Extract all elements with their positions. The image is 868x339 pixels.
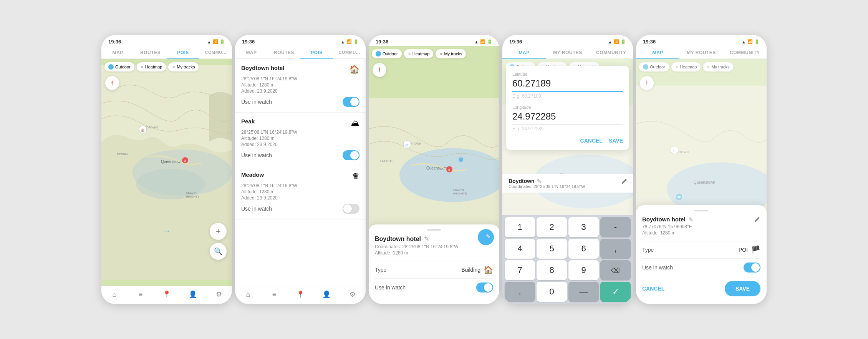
- nav-list-2[interactable]: ≡: [261, 290, 287, 299]
- save-button-4[interactable]: SAVE: [609, 138, 623, 144]
- panel-alt-5: Altitude: 1280 m: [642, 230, 760, 236]
- poi-added-meadow: Added: 23.9.2020: [241, 195, 359, 201]
- use-in-watch-toggle-boydtown[interactable]: [343, 97, 359, 107]
- tab-pois-2[interactable]: POIS: [300, 46, 333, 58]
- filter-mytracks-1[interactable]: ✕ My tracks: [168, 62, 199, 71]
- nav-pin-2[interactable]: 📍: [287, 290, 313, 299]
- panel-title-3: Boydtown hotel: [375, 236, 421, 243]
- tab-routes-2[interactable]: ROUTES: [268, 46, 300, 58]
- add-poi-button-1[interactable]: +: [210, 223, 227, 240]
- panel-title-row-5: Boydtown hotel ✎: [642, 216, 760, 223]
- numpad-4[interactable]: 4: [505, 239, 535, 259]
- poi-coords-boydtown: 28°25'08.1"N 16°24'19.8"W: [241, 76, 359, 81]
- watch-toggle-5[interactable]: [744, 263, 760, 273]
- numpad-minus[interactable]: -: [600, 217, 631, 237]
- numpad-9[interactable]: 9: [568, 260, 599, 280]
- filter-heatmap-1[interactable]: ✕ Heatmap: [137, 62, 166, 71]
- compass-button-3[interactable]: [373, 63, 386, 77]
- cancel-button-5[interactable]: CANCEL: [642, 286, 664, 292]
- filter-mytracks-3[interactable]: ✕ My tracks: [436, 49, 466, 58]
- numpad-8[interactable]: 8: [537, 260, 567, 280]
- poi-item-meadow[interactable]: Meadow ♛ 28°25'08.1"N 16°24'19.8"W Altit…: [235, 166, 366, 219]
- nav-list-1[interactable]: ≡: [128, 290, 154, 299]
- tab-community-4[interactable]: COMMUNITY: [590, 46, 633, 58]
- nav-settings-2[interactable]: ⚙: [340, 290, 366, 299]
- numpad-confirm[interactable]: ✓: [600, 282, 631, 302]
- tab-routes-1[interactable]: ROUTES: [134, 46, 167, 58]
- screen-2: 19:36 ▲ 📶 🔋 MAP ROUTES POIS COMMU... Boy…: [235, 35, 366, 304]
- save-button-5[interactable]: SAVE: [725, 281, 760, 296]
- numpad-comma[interactable]: ,: [600, 239, 631, 259]
- poi-icon-peak: ⛰: [351, 118, 359, 128]
- tab-community-1[interactable]: COMMU...: [199, 46, 232, 58]
- compass-button-5[interactable]: [640, 76, 654, 90]
- use-in-watch-row-boydtown: Use in watch: [241, 97, 359, 107]
- time-5: 19:36: [643, 39, 656, 45]
- filter-mytracks-5[interactable]: ✕ My tracks: [703, 62, 733, 71]
- use-in-watch-toggle-peak[interactable]: [343, 150, 359, 160]
- watch-row-5: Use in watch: [642, 258, 760, 276]
- compass-button-1[interactable]: [105, 76, 119, 90]
- poi-strip-name-4: Boydtown: [509, 178, 535, 184]
- map-filters-1: Outdoor ✕ Heatmap ✕ My tracks: [104, 62, 199, 71]
- nav-user-1[interactable]: 👤: [180, 290, 206, 299]
- panel-alt-3: Altitude: 1280 m: [375, 250, 493, 256]
- use-in-watch-row-meadow: Use in watch: [241, 204, 359, 214]
- edit-icon-right-5[interactable]: [754, 216, 760, 223]
- nav-home-2[interactable]: ⌂: [235, 290, 261, 299]
- longitude-value-4[interactable]: 24.972285: [512, 111, 623, 125]
- svg-text:KELVIN: KELVIN: [453, 188, 464, 191]
- tab-map-2[interactable]: MAP: [235, 46, 268, 58]
- filter-heatmap-5[interactable]: ✕ Heatmap: [671, 62, 701, 71]
- numpad-backspace[interactable]: ⌫: [600, 260, 631, 280]
- tab-map-4[interactable]: MAP: [502, 46, 546, 58]
- tab-map-5[interactable]: MAP: [636, 46, 679, 58]
- edit-icon-5[interactable]: ✎: [689, 216, 693, 223]
- nav-settings-1[interactable]: ⚙: [206, 290, 232, 299]
- numpad-7[interactable]: 7: [505, 260, 535, 280]
- nav-home-1[interactable]: ⌂: [101, 290, 128, 299]
- use-in-watch-label-boydtown: Use in watch: [241, 99, 272, 105]
- numpad-1[interactable]: 1: [505, 217, 535, 237]
- edit-pen-3[interactable]: ✎: [486, 233, 491, 240]
- type-label-3: Type: [375, 267, 386, 273]
- panel-handle-5: [694, 210, 708, 211]
- use-in-watch-toggle-meadow[interactable]: [343, 204, 359, 214]
- nav-user-2[interactable]: 👤: [313, 290, 340, 299]
- tab-map-1[interactable]: MAP: [101, 46, 134, 58]
- numpad-3[interactable]: 3: [568, 217, 599, 237]
- filter-heatmap-3[interactable]: ✕ Heatmap: [404, 49, 434, 58]
- cancel-button-4[interactable]: CANCEL: [580, 138, 603, 144]
- latitude-value-4[interactable]: 60.27189: [512, 78, 623, 92]
- tab-routes-4[interactable]: MY ROUTES: [546, 46, 589, 58]
- poi-header-boydtown: Boydtown hotel 🏠: [241, 65, 359, 75]
- search-button-1[interactable]: 🔍: [210, 243, 227, 260]
- numpad-5[interactable]: 5: [537, 239, 567, 259]
- poi-item-peak[interactable]: Peak ⛰ 28°25'08.1"N 16°24'19.8"W Altitud…: [235, 113, 366, 166]
- svg-text:FERNHI...: FERNHI...: [117, 153, 131, 156]
- tab-pois-1[interactable]: POIS: [167, 46, 199, 58]
- edit-icon-right-4[interactable]: [621, 178, 628, 186]
- numpad-6[interactable]: 6: [568, 239, 599, 259]
- watch-label-5: Use in watch: [642, 264, 673, 271]
- tab-routes-5[interactable]: MY ROUTES: [679, 46, 723, 58]
- poi-header-peak: Peak ⛰: [241, 118, 359, 128]
- edit-icon-3[interactable]: ✎: [424, 235, 429, 243]
- tab-community-5[interactable]: COMMUNITY: [723, 46, 767, 58]
- watch-toggle-3[interactable]: [476, 282, 493, 292]
- edit-icon-strip-4[interactable]: ✎: [537, 178, 542, 184]
- poi-item-boydtown[interactable]: Boydtown hotel 🏠 28°25'08.1"N 16°24'19.8…: [235, 59, 366, 113]
- detail-panel-3: Boydtown hotel ✎ ✎ Coordinates: 28°25'08…: [369, 224, 499, 304]
- filter-outdoor-3[interactable]: Outdoor: [372, 49, 402, 58]
- filter-outdoor-1[interactable]: Outdoor: [104, 62, 134, 71]
- numpad-0[interactable]: 0: [537, 282, 567, 302]
- numpad-dash[interactable]: —: [568, 282, 599, 302]
- tab-bar-5: MAP MY ROUTES COMMUNITY: [636, 46, 767, 59]
- filter-outdoor-5[interactable]: Outdoor: [639, 62, 669, 71]
- numpad-dot[interactable]: .: [505, 282, 535, 302]
- tab-bar-1: MAP ROUTES POIS COMMU...: [101, 46, 232, 59]
- nav-pin-1[interactable]: 📍: [154, 290, 180, 299]
- poi-strip-coords-4: Coordinates: 28°25'08.1"N 16°24'19.8"W: [509, 184, 627, 189]
- numpad-2[interactable]: 2: [537, 217, 567, 237]
- tab-community-2[interactable]: COMMU...: [333, 46, 366, 58]
